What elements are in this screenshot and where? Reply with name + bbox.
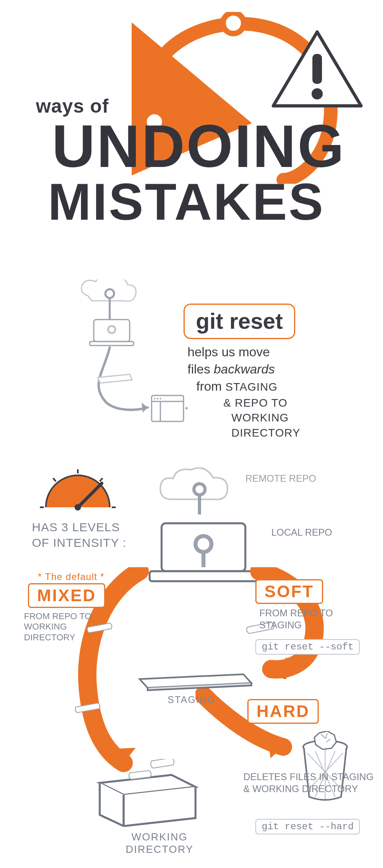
working-directory-label: WORKING DIRECTORY [120,831,199,856]
mixed-default-note: * The default * [38,571,105,582]
soft-command: git reset --soft [255,639,360,655]
svg-line-22 [100,478,103,481]
s1-l6: DIRECTORY [188,425,347,441]
hard-command: git reset --hard [255,819,360,834]
svg-rect-11 [152,395,184,421]
s1-l3b: STAGING [225,381,278,393]
soft-tag: SOFT [255,579,323,604]
git-reset-title-box: git reset [184,304,295,339]
svg-line-21 [53,478,56,481]
s1-l2b: backwards [214,362,275,376]
s1-l2a: files [188,362,214,376]
soft-description: from repo to staging [259,607,363,631]
svg-point-0 [223,13,244,34]
mixed-description: from repo to working directory [24,611,112,643]
svg-point-16 [160,398,161,399]
title-line2: MISTAKES [48,172,325,232]
s1-l3a: from [196,379,225,393]
working-directory-box-icon [92,759,203,827]
staging-label: STAGING [168,694,215,705]
staging-shelf-icon [136,671,255,691]
git-reset-description: helps us move files backwards from STAGI… [188,344,347,441]
svg-point-4 [312,88,323,99]
local-repo-label: Local Repo [271,527,332,538]
intensity-gauge-icon [38,467,118,511]
svg-rect-28 [150,571,257,581]
reset-flow-sketch-icon [76,280,188,431]
hard-description: deletes files in staging & working direc… [243,771,375,795]
title-line1: UNDOING [52,112,345,181]
svg-point-25 [194,484,205,495]
remote-repo-cloud-icon [156,467,243,515]
s1-l1: helps us move [188,345,270,359]
remote-repo-label: Remote Repo [245,473,316,484]
s1-l4: & REPO to [188,395,347,411]
svg-point-5 [105,289,114,298]
svg-point-29 [195,536,211,552]
mixed-tag: MIXED [28,583,105,608]
svg-marker-10 [142,403,148,413]
hard-tag: HARD [247,699,319,724]
svg-point-14 [154,398,156,399]
svg-rect-8 [90,342,134,346]
intensity-label: Has 3 levels of intensity : [32,519,136,550]
svg-rect-3 [312,54,322,84]
svg-point-24 [75,504,81,510]
svg-point-9 [108,326,115,333]
svg-point-15 [157,398,158,399]
warning-triangle-icon [271,28,363,112]
s1-l5: WORKING [188,410,347,425]
